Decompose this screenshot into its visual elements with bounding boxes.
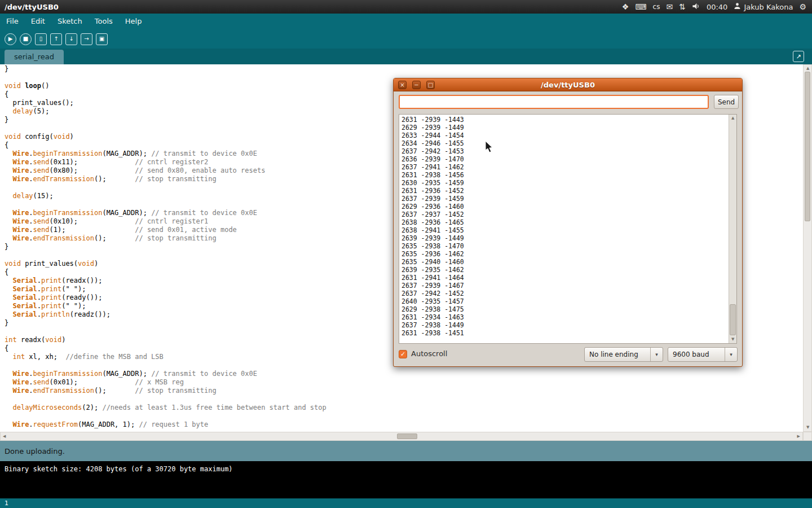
menu-tools[interactable]: Tools [89, 14, 119, 29]
menubar: FileEditSketchToolsHelp [0, 14, 812, 29]
code-line: } [5, 65, 803, 73]
serial-output-line: 2636 -2939 -1470 [401, 155, 726, 163]
serial-output-line: 2637 -2941 -1462 [401, 163, 726, 171]
line-ending-value: No line ending [589, 348, 638, 361]
menu-sketch[interactable]: Sketch [51, 14, 89, 29]
tab-menu-icon: ↗ [796, 53, 801, 60]
serial-output-line: 2635 -2936 -1462 [401, 250, 726, 258]
network-icon[interactable]: ⇅ [679, 3, 686, 11]
serial-output-line: 2629 -2939 -1449 [401, 124, 726, 132]
serial-output-line: 2629 -2938 -1475 [401, 305, 726, 313]
serial-monitor-window: /dev/ttyUSB0 × − □ Send 2631 -2939 -1443… [393, 78, 743, 367]
serial-output-line: 2634 -2946 -1455 [401, 139, 726, 147]
serial-output-line: 2629 -2936 -1460 [401, 203, 726, 211]
maximize-icon: □ [428, 82, 433, 88]
scroll-down-icon[interactable]: ▼ [806, 426, 809, 430]
menu-file[interactable]: File [0, 14, 25, 29]
editor-vertical-scrollbar[interactable]: ▲ ▼ [803, 64, 812, 432]
code-line: delayMicroseconds(2); //needs at least 1… [5, 404, 803, 412]
autoscroll-checkbox[interactable]: ✓ [399, 350, 407, 358]
serial-output-line: 2631 -2938 -1456 [401, 171, 726, 179]
code-line: Wire.beginTransmission(MAG_ADDR); // tra… [5, 370, 803, 378]
editor-hscroll-thumb[interactable] [397, 433, 417, 439]
serial-scroll-thumb[interactable] [730, 304, 736, 335]
serial-send-input[interactable] [399, 95, 709, 109]
volume-icon[interactable] [692, 2, 700, 11]
tab-label: serial_read [14, 52, 54, 61]
serial-output-line: 2638 -2936 -1465 [401, 218, 726, 226]
menu-help[interactable]: Help [119, 14, 148, 29]
serial-monitor-button[interactable]: ▣ [96, 33, 108, 45]
window-maximize-button[interactable]: □ [426, 81, 435, 89]
code-line [5, 412, 803, 421]
user-name: Jakub Kakona [744, 3, 793, 11]
mail-icon[interactable]: ✉ [666, 3, 673, 11]
send-button[interactable]: Send [714, 95, 739, 109]
new-sketch-icon: ▯ [39, 36, 43, 42]
serial-output-line: 2639 -2939 -1449 [401, 234, 726, 242]
editor-vscroll-thumb[interactable] [805, 72, 810, 221]
window-close-button[interactable]: × [398, 81, 407, 89]
serial-monitor-title: /dev/ttyUSB0 [394, 78, 742, 91]
session-gear-icon[interactable]: ⚙ [799, 3, 806, 11]
indicator-icon[interactable]: ❖ [622, 3, 629, 11]
panel-clock[interactable]: 00:40 [707, 3, 727, 11]
keyboard-layout-label[interactable]: cs [653, 3, 660, 11]
upload-icon: → [84, 36, 89, 42]
status-message: Done uploading. [5, 447, 65, 456]
code-line: Wire.requestFrom(MAG_ADDR, 1); // reques… [5, 421, 803, 429]
open-button[interactable]: ↑ [50, 33, 62, 45]
code-line: Wire.send(0x01); // x MSB reg [5, 378, 803, 387]
serial-output-area[interactable]: 2631 -2939 -14432629 -2939 -14492633 -29… [399, 114, 737, 344]
serial-output-line: 2635 -2940 -1460 [401, 258, 726, 266]
open-icon: ↑ [54, 36, 58, 42]
save-button[interactable]: ↓ [65, 33, 77, 45]
serial-output-line: 2631 -2938 -1451 [401, 329, 726, 337]
screen: /dev/ttyUSB0 ❖ ⌨ cs ✉ ⇅ 00:40 Jakub Kako… [0, 0, 812, 508]
upload-button[interactable]: → [81, 33, 92, 45]
baud-rate-dropdown[interactable]: 9600 baud ▾ [668, 347, 738, 362]
chevron-down-icon: ▾ [725, 348, 737, 361]
verify-button[interactable]: ▶ [5, 33, 16, 45]
serial-monitor-titlebar[interactable]: /dev/ttyUSB0 × − □ [394, 78, 742, 91]
scroll-right-icon[interactable]: ▶ [797, 435, 800, 439]
serial-output-line: 2637 -2939 -1467 [401, 282, 726, 290]
serial-output-line: 2631 -2936 -1452 [401, 187, 726, 195]
system-tray: ❖ ⌨ cs ✉ ⇅ 00:40 Jakub Kakona ⚙ [622, 2, 812, 11]
menu-edit[interactable]: Edit [25, 14, 51, 29]
stop-button[interactable]: ■ [20, 33, 32, 45]
editor-horizontal-scrollbar[interactable]: ◀ ▶ [0, 432, 803, 441]
line-ending-dropdown[interactable]: No line ending ▾ [584, 347, 663, 362]
keyboard-layout-icon[interactable]: ⌨ [635, 3, 646, 11]
autoscroll-label: Autoscroll [411, 349, 447, 358]
scroll-up-icon[interactable]: ▲ [806, 67, 809, 71]
user-icon [734, 2, 741, 11]
mouse-cursor [485, 141, 496, 154]
save-icon: ↓ [69, 36, 73, 42]
serial-output-line: 2635 -2938 -1470 [401, 242, 726, 250]
scroll-down-icon[interactable]: ▼ [731, 338, 734, 341]
editor-line-indicator: 1 [0, 498, 812, 508]
user-menu[interactable]: Jakub Kakona [734, 2, 793, 11]
baud-rate-value: 9600 baud [673, 348, 709, 361]
verify-icon: ▶ [8, 36, 13, 42]
scroll-left-icon[interactable]: ◀ [3, 435, 6, 439]
tab-menu-button[interactable]: ↗ [793, 51, 804, 62]
serial-output-line: 2630 -2935 -1459 [401, 179, 726, 187]
line-number: 1 [5, 500, 8, 507]
new-sketch-button[interactable]: ▯ [35, 33, 47, 45]
console-text: Binary sketch size: 4208 bytes (of a 307… [5, 465, 233, 473]
stop-icon: ■ [23, 36, 28, 42]
scroll-up-icon[interactable]: ▲ [731, 116, 734, 120]
serial-output-lines: 2631 -2939 -14432629 -2939 -14492633 -29… [399, 115, 729, 343]
toolbar: ▶■▯↑↓→▣ [0, 29, 812, 49]
minimize-icon: − [414, 82, 418, 88]
check-icon: ✓ [400, 351, 405, 358]
code-line [5, 395, 803, 404]
tab-serial-read[interactable]: serial_read [5, 50, 64, 64]
serial-output-line: 2637 -2938 -1449 [401, 321, 726, 329]
serial-output-line: 2639 -2935 -1462 [401, 266, 726, 274]
serial-output-line: 2637 -2937 -1452 [401, 211, 726, 218]
serial-output-scrollbar[interactable]: ▲ ▼ [729, 115, 736, 343]
window-minimize-button[interactable]: − [412, 81, 421, 89]
